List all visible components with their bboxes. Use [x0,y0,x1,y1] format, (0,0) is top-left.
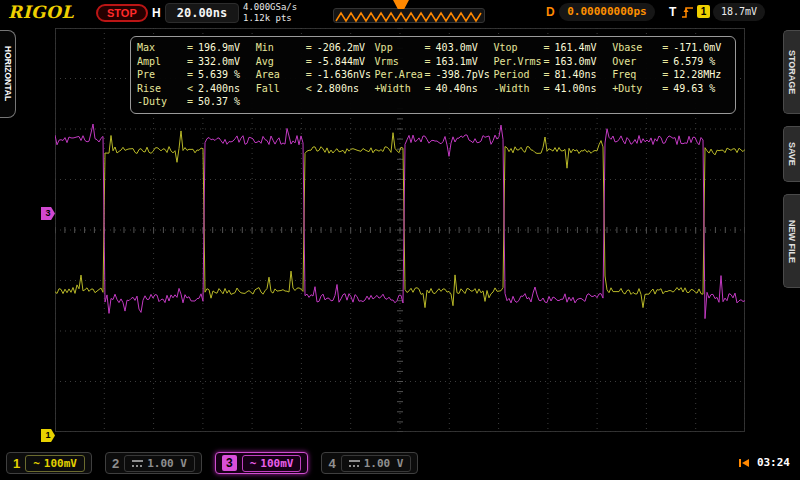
tab-horizontal-label: HORIZONTAL [3,46,13,101]
measurement--Width: -Width=41.00ns [493,82,610,96]
channel-1-ground-marker[interactable]: 1 [41,429,55,442]
measurement-Rise: Rise<2.400ns [137,82,254,96]
measurement-Per.Vrms: Per.Vrms=163.0mV [493,55,610,69]
channel-1-scale: 100mV [25,455,85,472]
tab-storage-label: STORAGE [787,50,797,94]
tab-new-file-label: NEW FILE [787,220,797,263]
delay-label: D [546,5,555,19]
measurement-Avg: Avg=-5.844mV [256,55,373,69]
timebase-readout: 20.00ns [165,3,239,23]
sample-rate: 4.000GSa/s [243,2,297,13]
measurement--Duty: -Duty=50.37 % [137,95,254,109]
coupling-icon [33,457,40,470]
measurement-Ampl: Ampl=332.0mV [137,55,254,69]
ch1-waveform [55,131,745,308]
channel-3-scale: 100mV [242,455,302,472]
measurement-grid: Max=196.9mVMin=-206.2mVVpp=403.0mVVtop=1… [137,41,729,109]
clock: 03:24 [737,456,790,469]
channel-status-bar: 1 100mV 2 1.00 V 3 100mV 4 1.00 V [6,452,418,474]
waveform-memory-icon [334,10,482,23]
channel-4-scale: 1.00 V [341,455,412,472]
back-arrow-icon [737,457,751,469]
measurement-Area: Area=-1.636nVs [256,68,373,82]
measurement-Max: Max=196.9mV [137,41,254,55]
rigol-logo: RIGOL [8,2,74,22]
tab-save[interactable]: SAVE [783,126,800,182]
tab-new-file[interactable]: NEW FILE [783,194,800,288]
channel-1-number: 1 [13,456,20,471]
coupling-icon [132,458,143,468]
trigger-label: T [669,5,676,19]
channel-3-number: 3 [222,455,237,471]
measurement-+Width: +Width=40.40ns [375,82,492,96]
trigger-level-readout: 18.7mV [713,3,765,21]
measurement-Vrms: Vrms=163.1mV [375,55,492,69]
trigger-source-badge: 1 [697,5,710,18]
measurement-Over: Over=6.579 % [612,55,729,69]
channel-4-status[interactable]: 4 1.00 V [321,452,418,474]
measurement-Vpp: Vpp=403.0mV [375,41,492,55]
channel-2-status[interactable]: 2 1.00 V [105,452,202,474]
measurement-Per.Area: Per.Area=-398.7pVs [375,68,492,82]
measurement-Freq: Freq=12.28MHz [612,68,729,82]
channel-4-number: 4 [328,456,335,471]
horizontal-label: H [152,6,161,20]
time-readout: 03:24 [757,456,790,469]
sample-rate-readout: 4.000GSa/s 1.12k pts [243,2,297,24]
delay-readout: 0.00000000ps [559,3,655,21]
channel-3-ground-marker[interactable]: 3 [41,207,55,220]
measurement-panel: Max=196.9mVMin=-206.2mVVpp=403.0mVVtop=1… [130,36,736,114]
memory-depth: 1.12k pts [243,13,297,24]
channel-2-number: 2 [112,456,119,471]
measurement-Min: Min=-206.2mV [256,41,373,55]
channel-1-status[interactable]: 1 100mV [6,452,92,474]
measurement-Period: Period=81.40ns [493,68,610,82]
memory-position-bar [333,8,485,23]
tab-storage[interactable]: STORAGE [783,30,800,114]
channel-2-scale: 1.00 V [124,455,195,472]
run-state-indicator: STOP [96,4,148,22]
measurement-+Duty: +Duty=49.63 % [612,82,729,96]
measurement-Fall: Fall<2.800ns [256,82,373,96]
channel-3-volts-div: 100mV [260,457,293,470]
coupling-icon [349,458,360,468]
rising-edge-icon [681,4,694,20]
measurement-Vtop: Vtop=161.4mV [493,41,610,55]
channel-1-volts-div: 100mV [44,457,77,470]
channel-2-volts-div: 1.00 V [147,457,187,470]
measurement-Pre: Pre=5.639 % [137,68,254,82]
tab-horizontal[interactable]: HORIZONTAL [0,30,16,118]
measurement-Vbase: Vbase=-171.0mV [612,41,729,55]
channel-3-status[interactable]: 3 100mV [215,452,308,474]
channel-4-volts-div: 1.00 V [364,457,404,470]
tab-save-label: SAVE [787,142,797,166]
coupling-icon [250,457,257,470]
